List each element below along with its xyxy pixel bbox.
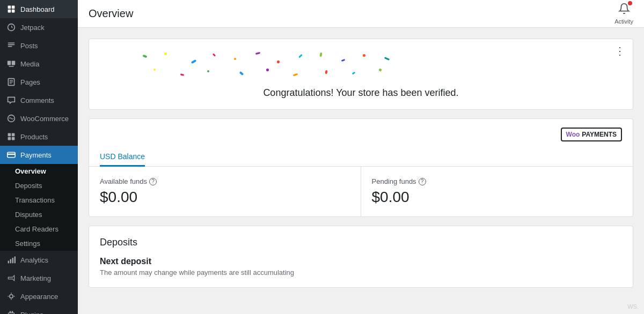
confetti-area (100, 50, 622, 82)
activity-label: Activity (614, 18, 633, 25)
confetti-piece (153, 69, 156, 71)
confetti-piece (213, 53, 216, 56)
svg-point-26 (10, 295, 13, 298)
sidebar-item-marketing[interactable]: Marketing (0, 269, 78, 287)
products-icon (6, 132, 16, 141)
confetti-piece (319, 53, 322, 57)
svg-rect-16 (8, 133, 11, 137)
next-deposit-subtitle: The amount may change while payments are… (100, 268, 622, 276)
svg-rect-22 (8, 261, 9, 264)
available-label: Available funds ? (100, 177, 350, 185)
svg-rect-13 (10, 81, 13, 82)
sidebar-label-analytics: Analytics (20, 256, 48, 264)
confetti-piece (325, 70, 327, 74)
comments-icon (6, 95, 16, 105)
svg-rect-8 (8, 61, 11, 65)
svg-rect-10 (9, 66, 14, 67)
congrats-message: Congratulations! Your store has been ver… (100, 87, 622, 99)
submenu-card-readers[interactable]: Card Readers (0, 222, 78, 236)
sidebar-item-payments[interactable]: Payments (0, 146, 78, 164)
balance-grid: Available funds ? $0.00 Pending funds ? … (89, 167, 633, 216)
submenu-overview[interactable]: Overview (0, 164, 78, 178)
confetti-piece (293, 73, 298, 77)
next-deposit-title: Next deposit (100, 257, 622, 266)
confetti-piece (298, 54, 303, 58)
svg-rect-23 (10, 259, 11, 263)
sidebar-label-dashboard: Dashboard (20, 5, 55, 13)
confetti-piece (239, 71, 244, 76)
topbar: Overview Activity (78, 0, 644, 28)
sidebar-item-posts[interactable]: Posts (0, 36, 78, 55)
confetti-piece (384, 57, 390, 61)
main-content: Overview Activity ⋮ Congratulations! You… (78, 0, 644, 314)
confetti-piece (378, 68, 382, 72)
activity-button[interactable]: Activity (614, 3, 633, 25)
confetti-piece (266, 69, 269, 71)
confetti-piece (352, 72, 356, 75)
sidebar-label-pages: Pages (20, 78, 40, 86)
pending-help-icon[interactable]: ? (419, 178, 426, 185)
sidebar-item-jetpack[interactable]: Jetpack (0, 18, 78, 36)
balance-header: Woo PAYMENTS (89, 119, 633, 141)
sidebar-item-analytics[interactable]: Analytics (0, 251, 78, 269)
confetti-piece (143, 55, 148, 58)
sidebar-label-appearance: Appearance (20, 293, 58, 301)
confetti-piece (180, 73, 185, 76)
sidebar-item-appearance[interactable]: Appearance (0, 287, 78, 305)
confetti-piece (341, 59, 346, 62)
pages-icon (6, 77, 16, 87)
dashboard-icon (6, 4, 16, 14)
sidebar-item-woocommerce[interactable]: WooCommerce (0, 109, 78, 128)
marketing-icon (6, 273, 16, 283)
svg-rect-7 (8, 46, 12, 47)
sidebar-item-dashboard[interactable]: Dashboard (0, 0, 78, 18)
available-help-icon[interactable]: ? (149, 178, 157, 185)
svg-rect-19 (12, 137, 15, 140)
analytics-icon (6, 255, 16, 265)
confetti-piece (255, 52, 260, 55)
posts-icon (6, 41, 16, 50)
sidebar-label-jetpack: Jetpack (20, 24, 45, 32)
woo-icon (6, 114, 16, 123)
svg-rect-3 (12, 10, 15, 13)
sidebar-label-payments: Payments (20, 151, 52, 159)
sidebar-label-media: Media (20, 60, 39, 68)
sidebar-label-comments: Comments (20, 96, 54, 104)
sidebar: Dashboard Jetpack Posts Media Pages Comm… (0, 0, 78, 314)
tab-usd-balance[interactable]: USD Balance (100, 148, 145, 167)
congrats-card: ⋮ Congratulations! Your store has been v… (89, 39, 633, 110)
submenu-disputes[interactable]: Disputes (0, 207, 78, 222)
sidebar-item-pages[interactable]: Pages (0, 73, 78, 91)
sidebar-label-plugins: Plugins (20, 311, 43, 315)
confetti-piece (207, 70, 209, 72)
sidebar-label-woocommerce: WooCommerce (20, 115, 69, 123)
sidebar-item-plugins[interactable]: Plugins (0, 305, 78, 314)
available-amount: $0.00 (100, 189, 350, 206)
pending-amount: $0.00 (372, 189, 623, 206)
svg-rect-18 (8, 137, 11, 140)
woopayments-logo: Woo PAYMENTS (561, 128, 622, 141)
sidebar-item-media[interactable]: Media (0, 55, 78, 73)
svg-rect-1 (12, 6, 15, 9)
svg-rect-25 (14, 257, 16, 264)
submenu-settings[interactable]: Settings (0, 236, 78, 251)
svg-rect-5 (8, 42, 15, 43)
svg-rect-24 (12, 258, 13, 263)
confetti-piece (234, 58, 236, 60)
confetti-piece (363, 54, 365, 57)
payments-submenu: Overview Deposits Transactions Disputes … (0, 164, 78, 251)
pending-funds-cell: Pending funds ? $0.00 (361, 167, 633, 216)
woo-text: Woo (566, 131, 580, 138)
plugins-icon (6, 310, 16, 314)
submenu-transactions[interactable]: Transactions (0, 193, 78, 207)
sidebar-label-products: Products (20, 133, 48, 141)
submenu-deposits[interactable]: Deposits (0, 178, 78, 193)
sidebar-item-products[interactable]: Products (0, 128, 78, 146)
sidebar-item-comments[interactable]: Comments (0, 91, 78, 109)
available-funds-cell: Available funds ? $0.00 (89, 167, 361, 216)
jetpack-icon (6, 23, 16, 32)
deposits-section-title: Deposits (100, 237, 622, 248)
svg-rect-9 (12, 61, 15, 65)
page-title: Overview (89, 8, 133, 20)
watermark: WS. (627, 303, 639, 310)
